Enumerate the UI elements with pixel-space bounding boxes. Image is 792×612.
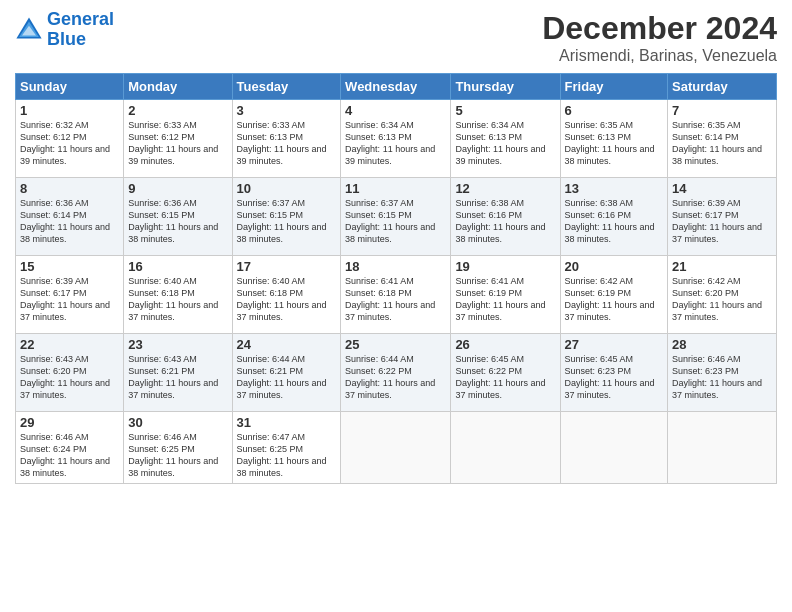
table-row: 13Sunrise: 6:38 AMSunset: 6:16 PMDayligh… <box>560 178 668 256</box>
day-number: 13 <box>565 181 664 196</box>
day-number: 20 <box>565 259 664 274</box>
day-info: Sunrise: 6:39 AMSunset: 6:17 PMDaylight:… <box>20 276 110 322</box>
table-row: 23Sunrise: 6:43 AMSunset: 6:21 PMDayligh… <box>124 334 232 412</box>
table-row: 30Sunrise: 6:46 AMSunset: 6:25 PMDayligh… <box>124 412 232 484</box>
calendar-header-saturday: Saturday <box>668 74 777 100</box>
day-info: Sunrise: 6:43 AMSunset: 6:21 PMDaylight:… <box>128 354 218 400</box>
day-number: 28 <box>672 337 772 352</box>
table-row: 21Sunrise: 6:42 AMSunset: 6:20 PMDayligh… <box>668 256 777 334</box>
day-info: Sunrise: 6:41 AMSunset: 6:19 PMDaylight:… <box>455 276 545 322</box>
table-row: 25Sunrise: 6:44 AMSunset: 6:22 PMDayligh… <box>341 334 451 412</box>
day-number: 22 <box>20 337 119 352</box>
calendar-header-monday: Monday <box>124 74 232 100</box>
table-row: 24Sunrise: 6:44 AMSunset: 6:21 PMDayligh… <box>232 334 341 412</box>
day-info: Sunrise: 6:39 AMSunset: 6:17 PMDaylight:… <box>672 198 762 244</box>
calendar-header-thursday: Thursday <box>451 74 560 100</box>
day-number: 31 <box>237 415 337 430</box>
day-number: 3 <box>237 103 337 118</box>
table-row <box>668 412 777 484</box>
day-info: Sunrise: 6:36 AMSunset: 6:15 PMDaylight:… <box>128 198 218 244</box>
day-info: Sunrise: 6:35 AMSunset: 6:14 PMDaylight:… <box>672 120 762 166</box>
table-row: 15Sunrise: 6:39 AMSunset: 6:17 PMDayligh… <box>16 256 124 334</box>
day-info: Sunrise: 6:42 AMSunset: 6:19 PMDaylight:… <box>565 276 655 322</box>
day-number: 29 <box>20 415 119 430</box>
day-info: Sunrise: 6:44 AMSunset: 6:22 PMDaylight:… <box>345 354 435 400</box>
day-number: 15 <box>20 259 119 274</box>
day-number: 23 <box>128 337 227 352</box>
day-info: Sunrise: 6:44 AMSunset: 6:21 PMDaylight:… <box>237 354 327 400</box>
day-number: 17 <box>237 259 337 274</box>
day-number: 1 <box>20 103 119 118</box>
day-info: Sunrise: 6:43 AMSunset: 6:20 PMDaylight:… <box>20 354 110 400</box>
table-row: 5Sunrise: 6:34 AMSunset: 6:13 PMDaylight… <box>451 100 560 178</box>
table-row: 29Sunrise: 6:46 AMSunset: 6:24 PMDayligh… <box>16 412 124 484</box>
table-row: 7Sunrise: 6:35 AMSunset: 6:14 PMDaylight… <box>668 100 777 178</box>
day-number: 26 <box>455 337 555 352</box>
table-row: 27Sunrise: 6:45 AMSunset: 6:23 PMDayligh… <box>560 334 668 412</box>
table-row: 2Sunrise: 6:33 AMSunset: 6:12 PMDaylight… <box>124 100 232 178</box>
table-row: 22Sunrise: 6:43 AMSunset: 6:20 PMDayligh… <box>16 334 124 412</box>
day-number: 4 <box>345 103 446 118</box>
day-number: 8 <box>20 181 119 196</box>
day-info: Sunrise: 6:32 AMSunset: 6:12 PMDaylight:… <box>20 120 110 166</box>
day-info: Sunrise: 6:40 AMSunset: 6:18 PMDaylight:… <box>128 276 218 322</box>
day-number: 24 <box>237 337 337 352</box>
day-info: Sunrise: 6:37 AMSunset: 6:15 PMDaylight:… <box>345 198 435 244</box>
month-title: December 2024 <box>542 10 777 47</box>
day-number: 11 <box>345 181 446 196</box>
table-row: 3Sunrise: 6:33 AMSunset: 6:13 PMDaylight… <box>232 100 341 178</box>
table-row <box>341 412 451 484</box>
day-number: 27 <box>565 337 664 352</box>
table-row: 6Sunrise: 6:35 AMSunset: 6:13 PMDaylight… <box>560 100 668 178</box>
day-info: Sunrise: 6:47 AMSunset: 6:25 PMDaylight:… <box>237 432 327 478</box>
table-row: 9Sunrise: 6:36 AMSunset: 6:15 PMDaylight… <box>124 178 232 256</box>
day-info: Sunrise: 6:33 AMSunset: 6:13 PMDaylight:… <box>237 120 327 166</box>
day-number: 30 <box>128 415 227 430</box>
calendar-header-wednesday: Wednesday <box>341 74 451 100</box>
day-info: Sunrise: 6:38 AMSunset: 6:16 PMDaylight:… <box>565 198 655 244</box>
day-number: 2 <box>128 103 227 118</box>
day-number: 16 <box>128 259 227 274</box>
day-info: Sunrise: 6:33 AMSunset: 6:12 PMDaylight:… <box>128 120 218 166</box>
table-row <box>451 412 560 484</box>
day-number: 9 <box>128 181 227 196</box>
day-info: Sunrise: 6:46 AMSunset: 6:24 PMDaylight:… <box>20 432 110 478</box>
day-number: 21 <box>672 259 772 274</box>
day-number: 19 <box>455 259 555 274</box>
day-number: 5 <box>455 103 555 118</box>
page: General Blue December 2024 Arismendi, Ba… <box>0 0 792 612</box>
title-block: December 2024 Arismendi, Barinas, Venezu… <box>542 10 777 65</box>
table-row: 17Sunrise: 6:40 AMSunset: 6:18 PMDayligh… <box>232 256 341 334</box>
day-info: Sunrise: 6:45 AMSunset: 6:22 PMDaylight:… <box>455 354 545 400</box>
table-row: 11Sunrise: 6:37 AMSunset: 6:15 PMDayligh… <box>341 178 451 256</box>
table-row: 31Sunrise: 6:47 AMSunset: 6:25 PMDayligh… <box>232 412 341 484</box>
day-info: Sunrise: 6:45 AMSunset: 6:23 PMDaylight:… <box>565 354 655 400</box>
table-row: 18Sunrise: 6:41 AMSunset: 6:18 PMDayligh… <box>341 256 451 334</box>
table-row: 4Sunrise: 6:34 AMSunset: 6:13 PMDaylight… <box>341 100 451 178</box>
logo-icon <box>15 16 43 44</box>
logo-text: General Blue <box>47 10 114 50</box>
day-number: 6 <box>565 103 664 118</box>
day-info: Sunrise: 6:42 AMSunset: 6:20 PMDaylight:… <box>672 276 762 322</box>
day-number: 25 <box>345 337 446 352</box>
table-row: 12Sunrise: 6:38 AMSunset: 6:16 PMDayligh… <box>451 178 560 256</box>
table-row: 1Sunrise: 6:32 AMSunset: 6:12 PMDaylight… <box>16 100 124 178</box>
table-row: 19Sunrise: 6:41 AMSunset: 6:19 PMDayligh… <box>451 256 560 334</box>
table-row: 16Sunrise: 6:40 AMSunset: 6:18 PMDayligh… <box>124 256 232 334</box>
header: General Blue December 2024 Arismendi, Ba… <box>15 10 777 65</box>
day-info: Sunrise: 6:34 AMSunset: 6:13 PMDaylight:… <box>345 120 435 166</box>
day-info: Sunrise: 6:37 AMSunset: 6:15 PMDaylight:… <box>237 198 327 244</box>
table-row: 10Sunrise: 6:37 AMSunset: 6:15 PMDayligh… <box>232 178 341 256</box>
day-info: Sunrise: 6:36 AMSunset: 6:14 PMDaylight:… <box>20 198 110 244</box>
day-info: Sunrise: 6:34 AMSunset: 6:13 PMDaylight:… <box>455 120 545 166</box>
calendar-header-sunday: Sunday <box>16 74 124 100</box>
calendar-header-friday: Friday <box>560 74 668 100</box>
table-row: 14Sunrise: 6:39 AMSunset: 6:17 PMDayligh… <box>668 178 777 256</box>
table-row: 8Sunrise: 6:36 AMSunset: 6:14 PMDaylight… <box>16 178 124 256</box>
day-info: Sunrise: 6:38 AMSunset: 6:16 PMDaylight:… <box>455 198 545 244</box>
logo: General Blue <box>15 10 114 50</box>
table-row: 20Sunrise: 6:42 AMSunset: 6:19 PMDayligh… <box>560 256 668 334</box>
calendar: SundayMondayTuesdayWednesdayThursdayFrid… <box>15 73 777 484</box>
day-info: Sunrise: 6:35 AMSunset: 6:13 PMDaylight:… <box>565 120 655 166</box>
calendar-header-tuesday: Tuesday <box>232 74 341 100</box>
